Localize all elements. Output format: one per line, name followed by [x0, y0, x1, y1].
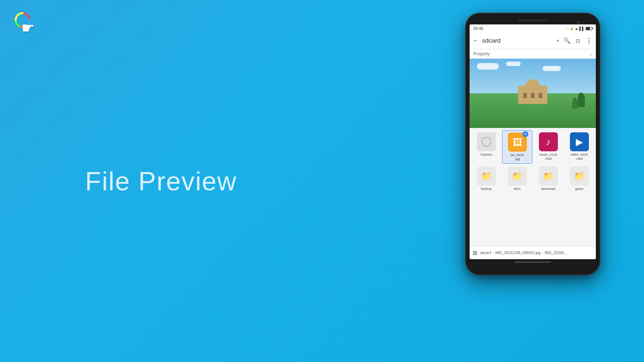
- phone-shell: 20:46 ··· 🔒 ▲ ▌▌ ← sdcard ▾: [465, 13, 600, 275]
- phone-screen: 20:46 ··· 🔒 ▲ ▌▌ ← sdcard ▾: [470, 24, 596, 259]
- grid-view-icon[interactable]: ⊞: [473, 249, 477, 256]
- breadcrumb-file-1: IMG_20151106_090342.jpg: [495, 251, 540, 255]
- file-item-camera[interactable]: Camera: [471, 130, 501, 164]
- signal-dots-icon: ···: [566, 27, 569, 31]
- cursor-area: ☛: [15, 11, 44, 40]
- file-item-dcim[interactable]: 📁 dcim: [502, 164, 532, 193]
- action-bar: ← sdcard ▾ 🔍 ⊡ ⋮: [470, 32, 596, 49]
- file-item-video[interactable]: ▶ video_0418.mp4: [564, 130, 594, 164]
- game-label: game: [575, 187, 583, 191]
- phone-mockup: 20:46 ··· 🔒 ▲ ▌▌ ← sdcard ▾: [465, 13, 600, 275]
- file-item-pic[interactable]: 🖼 ✓ pic_0418.jpg: [502, 130, 532, 164]
- video-label: video_0418.mp4: [571, 153, 588, 161]
- property-search-icon[interactable]: ⌕: [589, 51, 592, 57]
- property-label: Property: [473, 51, 490, 57]
- camera-folder-icon: [477, 132, 496, 151]
- selection-badge: ✓: [522, 131, 528, 137]
- pic-file-icon: 🖼 ✓: [508, 133, 527, 152]
- signal-icon: ▌▌: [579, 27, 585, 31]
- property-bar: Property ⌕: [470, 49, 596, 59]
- bottom-nav: ⊞ sdcard › IMG_20151106_090342.jpg › IMG…: [470, 246, 596, 259]
- file-item-download[interactable]: 📁 download: [533, 164, 563, 193]
- music-label: music_0118.mp3: [539, 153, 557, 161]
- status-bar: 20:46 ··· 🔒 ▲ ▌▌: [470, 24, 596, 32]
- file-item-backup[interactable]: 📁 backup: [471, 164, 501, 193]
- camera-label: Camera: [480, 153, 492, 157]
- cursor-hand-icon: ☛: [21, 19, 35, 37]
- file-grid: Camera 🖼 ✓ pic_0418.jpg ♪ music_0118.mp3: [470, 128, 596, 194]
- more-options-icon[interactable]: ⋮: [585, 37, 593, 45]
- cloud-1: [477, 63, 499, 70]
- breadcrumb-file-2: IMG_20160...: [545, 251, 567, 255]
- action-bar-icons: 🔍 ⊡ ⋮: [563, 37, 593, 45]
- back-button[interactable]: ←: [473, 37, 479, 44]
- breadcrumb-sep-1: ›: [493, 251, 494, 255]
- dcim-folder-icon: 📁: [508, 167, 527, 186]
- directory-title: sdcard: [482, 37, 557, 44]
- search-icon[interactable]: 🔍: [563, 37, 571, 45]
- backup-folder-icon: 📁: [477, 167, 496, 186]
- game-folder-icon: 📁: [570, 167, 589, 186]
- video-file-icon: ▶: [570, 132, 589, 151]
- image-preview: [470, 59, 596, 128]
- download-label: download: [541, 187, 555, 191]
- battery-icon: [586, 27, 592, 30]
- status-time: 20:46: [473, 26, 483, 31]
- music-file-icon: ♪: [539, 132, 558, 151]
- lock-icon: 🔒: [570, 27, 574, 30]
- file-item-music[interactable]: ♪ music_0118.mp3: [533, 130, 563, 164]
- pic-label: pic_0418.jpg: [510, 153, 524, 161]
- cloud-3: [543, 66, 561, 71]
- building: [518, 86, 547, 104]
- status-icons: ··· 🔒 ▲ ▌▌: [566, 27, 592, 31]
- download-folder-icon: 📁: [539, 167, 558, 186]
- layout-icon[interactable]: ⊡: [574, 37, 582, 45]
- dcim-label: dcim: [514, 187, 521, 191]
- phone-speaker: [518, 19, 547, 22]
- phone-camera: [576, 21, 580, 24]
- breadcrumb: sdcard › IMG_20151106_090342.jpg › IMG_2…: [480, 251, 567, 255]
- dropdown-arrow-icon[interactable]: ▾: [557, 38, 559, 43]
- breadcrumb-root: sdcard: [480, 251, 491, 255]
- backup-label: backup: [481, 187, 491, 191]
- cloud-2: [506, 62, 521, 66]
- home-bar[interactable]: [514, 261, 551, 263]
- breadcrumb-sep-2: ›: [542, 251, 543, 255]
- hero-text: File Preview: [85, 166, 237, 196]
- wifi-icon: ▲: [575, 27, 578, 31]
- file-item-game[interactable]: 📁 game: [564, 164, 594, 193]
